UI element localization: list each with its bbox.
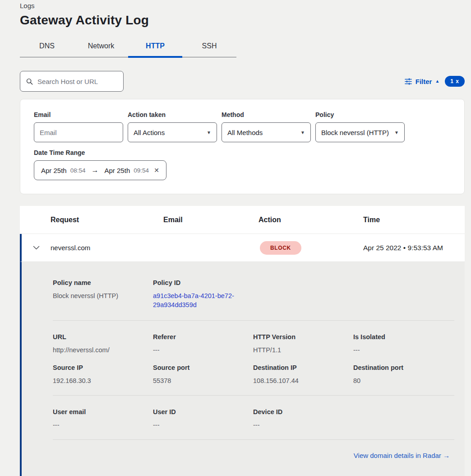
destination-ip-value: 108.156.107.44 xyxy=(253,376,353,385)
details-section-request-row2: Source IP 192.168.30.3 Source port 55378… xyxy=(53,364,454,385)
details-section-request-row1: URL http://neverssl.com/ Referer --- HTT… xyxy=(53,333,454,355)
destination-port-label: Destination port xyxy=(353,364,454,372)
search-icon xyxy=(26,78,33,85)
col-header-time: Time xyxy=(363,216,465,224)
policy-id-link[interactable]: a91c3eb4-ba7a-4201-be72-29a934dd359d xyxy=(153,291,241,309)
chevron-down-icon: ▼ xyxy=(300,130,305,135)
http-version-value: HTTP/1.1 xyxy=(253,345,353,355)
policy-select-value: Block neverssl (HTTP) xyxy=(321,129,389,136)
filter-field-policy: Policy Block neverssl (HTTP) ▼ xyxy=(315,111,405,142)
table-row[interactable]: neverssl.com BLOCK Apr 25 2022 • 9:53:53… xyxy=(20,234,465,262)
details-section-policy: Policy name Block neverssl (HTTP) Policy… xyxy=(53,279,454,309)
source-port-value: 55378 xyxy=(153,376,253,385)
email-input[interactable] xyxy=(34,122,123,142)
date-range-picker[interactable]: Apr 25th 08:54 → Apr 25th 09:54 ✕ xyxy=(34,160,166,180)
table-header-row: Request Email Action Time xyxy=(20,206,465,234)
details-divider xyxy=(53,320,454,321)
start-time: 08:54 xyxy=(70,167,86,174)
detail-field-destination-port: Destination port 80 xyxy=(353,364,454,385)
user-email-label: User email xyxy=(53,408,153,416)
filter-field-date-range: Date Time Range Apr 25th 08:54 → Apr 25t… xyxy=(34,149,451,180)
destination-port-value: 80 xyxy=(353,376,454,385)
row-expand-toggle[interactable] xyxy=(22,246,51,250)
referer-label: Referer xyxy=(153,333,253,341)
row-action: BLOCK xyxy=(259,241,363,255)
chevron-down-icon: ▼ xyxy=(207,130,211,135)
detail-field-destination-ip: Destination IP 108.156.107.44 xyxy=(253,364,353,385)
detail-field-user-id: User ID --- xyxy=(153,408,253,429)
page-title: Gateway Activity Log xyxy=(20,13,465,28)
method-select[interactable]: All Methods ▼ xyxy=(222,122,311,142)
tab-http[interactable]: HTTP xyxy=(128,37,182,57)
status-badge-block: BLOCK xyxy=(260,241,301,255)
url-value: http://neverssl.com/ xyxy=(53,345,153,355)
search-input[interactable] xyxy=(37,78,117,85)
method-select-value: All Methods xyxy=(227,129,263,136)
action-select[interactable]: All Actions ▼ xyxy=(128,122,217,142)
row-time: Apr 25 2022 • 9:53:53 AM xyxy=(363,244,465,252)
detail-field-device-id: Device ID --- xyxy=(253,408,353,429)
user-email-value: --- xyxy=(53,420,153,429)
policy-name-label: Policy name xyxy=(53,279,153,287)
device-id-label: Device ID xyxy=(253,408,353,416)
filter-sliders-icon xyxy=(405,78,412,85)
col-header-request: Request xyxy=(51,216,163,224)
radar-link[interactable]: View domain details in Radar → xyxy=(354,452,450,459)
policy-label: Policy xyxy=(315,111,405,118)
filter-count-badge[interactable]: 1 x xyxy=(445,76,465,87)
start-date: Apr 25th xyxy=(41,167,67,174)
detail-field-is-isolated: Is Isolated --- xyxy=(353,333,454,355)
tab-dns[interactable]: DNS xyxy=(20,37,74,57)
date-range-label: Date Time Range xyxy=(34,149,451,156)
http-version-label: HTTP Version xyxy=(253,333,353,341)
source-ip-label: Source IP xyxy=(53,364,153,372)
row-request: neverssl.com xyxy=(51,244,163,252)
chevron-down-icon xyxy=(33,246,40,250)
policy-name-value: Block neverssl (HTTP) xyxy=(53,291,153,300)
detail-field-policy-name: Policy name Block neverssl (HTTP) xyxy=(53,279,153,309)
tab-network[interactable]: Network xyxy=(74,37,128,57)
radar-link-row: View domain details in Radar → xyxy=(53,452,454,460)
detail-field-referer: Referer --- xyxy=(153,333,253,355)
detail-field-user-email: User email --- xyxy=(53,408,153,429)
range-arrow-icon: → xyxy=(92,166,99,174)
url-label: URL xyxy=(53,333,153,341)
filter-label: Filter xyxy=(416,78,432,85)
referer-value: --- xyxy=(153,345,253,355)
device-id-value: --- xyxy=(253,420,353,429)
detail-field-http-version: HTTP Version HTTP/1.1 xyxy=(253,333,353,355)
breadcrumb: Logs xyxy=(20,2,465,9)
source-ip-value: 192.168.30.3 xyxy=(53,376,153,385)
user-id-value: --- xyxy=(153,420,253,429)
filter-field-method: Method All Methods ▼ xyxy=(222,111,311,142)
policy-id-label: Policy ID xyxy=(153,279,253,287)
detail-field-url: URL http://neverssl.com/ xyxy=(53,333,153,355)
search-box[interactable] xyxy=(20,71,124,92)
source-port-label: Source port xyxy=(153,364,253,372)
action-taken-label: Action taken xyxy=(128,111,217,118)
details-divider xyxy=(53,395,454,396)
tab-bar: DNS Network HTTP SSH xyxy=(20,37,236,57)
method-label: Method xyxy=(222,111,311,118)
tab-ssh[interactable]: SSH xyxy=(182,37,236,57)
detail-field-source-ip: Source IP 192.168.30.3 xyxy=(53,364,153,385)
page: Logs Gateway Activity Log DNS Network HT… xyxy=(0,0,471,476)
filter-toggle[interactable]: Filter ▲ 1 x xyxy=(405,76,465,87)
filter-panel: Email Action taken All Actions ▼ Method … xyxy=(20,99,465,194)
user-id-label: User ID xyxy=(153,408,253,416)
filter-field-action: Action taken All Actions ▼ xyxy=(128,111,217,142)
clear-date-range-icon[interactable]: ✕ xyxy=(154,167,159,174)
detail-field-policy-id: Policy ID a91c3eb4-ba7a-4201-be72-29a934… xyxy=(153,279,253,309)
end-time: 09:54 xyxy=(134,167,149,174)
row-details-panel: Policy name Block neverssl (HTTP) Policy… xyxy=(20,262,465,476)
col-header-email: Email xyxy=(163,216,259,224)
policy-select[interactable]: Block neverssl (HTTP) ▼ xyxy=(315,122,405,142)
destination-ip-label: Destination IP xyxy=(253,364,353,372)
details-divider xyxy=(53,439,454,440)
is-isolated-value: --- xyxy=(353,345,454,355)
filter-field-email: Email xyxy=(34,111,123,142)
toolbar: Filter ▲ 1 x xyxy=(20,71,465,92)
is-isolated-label: Is Isolated xyxy=(353,333,454,341)
detail-field-source-port: Source port 55378 xyxy=(153,364,253,385)
email-label: Email xyxy=(34,111,123,118)
